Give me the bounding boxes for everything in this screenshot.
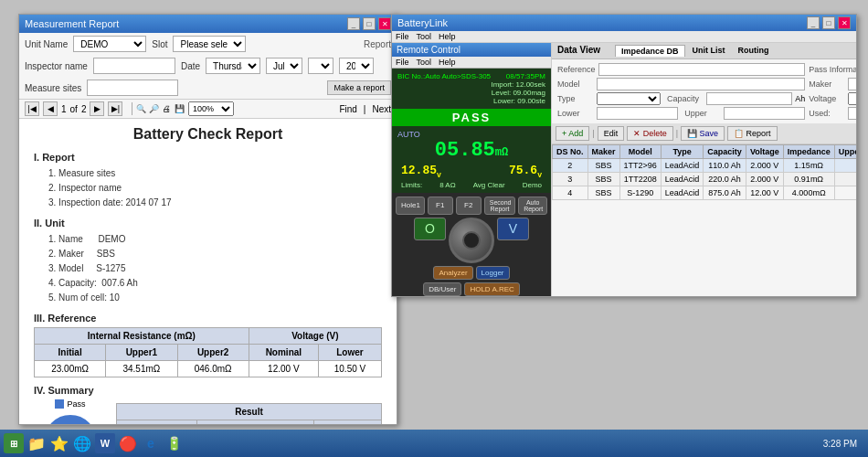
taskbar-icon-battery[interactable]: 🔋 <box>164 433 184 453</box>
slot-select[interactable]: Please select <box>173 36 246 52</box>
rc-btn-dbuser[interactable]: DB/User <box>423 282 461 296</box>
bl-delete-btn[interactable]: ✕ Delete <box>627 126 673 141</box>
rc-help[interactable]: Help <box>439 58 456 67</box>
nav-page: 1 <box>61 104 67 114</box>
report-window: Measurement Report _ □ ✕ Unit Name DEMO … <box>18 14 397 425</box>
bl-minimize[interactable]: _ <box>807 16 820 29</box>
bl-cap-input[interactable] <box>706 92 792 105</box>
bl-maximize[interactable]: □ <box>822 16 835 29</box>
taskbar-icon-app1[interactable]: 🔴 <box>118 433 138 453</box>
day-select[interactable]: Thursday <box>206 58 260 74</box>
cell-model: 1TT2>96 <box>619 159 661 173</box>
year-select[interactable]: 2011 <box>339 58 374 74</box>
nav-first[interactable]: |◀ <box>25 101 39 116</box>
bl-save-btn[interactable]: 💾 Save <box>681 126 725 141</box>
rc-file[interactable]: File <box>396 58 409 67</box>
result-col-warning: Warning <box>197 420 314 425</box>
taskbar-icon-word[interactable]: W <box>95 433 115 453</box>
summary-section: Pass 10 Result Pass Warning Fail <box>34 399 382 424</box>
rc-btn-o[interactable]: O <box>414 218 446 240</box>
close-button[interactable]: ✕ <box>378 17 391 30</box>
rc-btn-logger[interactable]: Logger <box>476 266 510 280</box>
minimize-button[interactable]: _ <box>347 17 360 30</box>
rc-btn-v[interactable]: V <box>497 218 529 240</box>
report-main-title: Battery Check Report <box>34 126 382 143</box>
bl-type-label: Type <box>557 94 594 103</box>
bl-edit-btn[interactable]: Edit <box>598 126 625 141</box>
bl-menu-file[interactable]: File <box>396 32 409 41</box>
rc-info-row: Limits:8 AΩAvg ClearDemo <box>397 181 545 189</box>
rc-btn-f2[interactable]: F2 <box>456 197 482 215</box>
rc-tool[interactable]: Tool <box>417 58 432 67</box>
bl-tab-unitlist[interactable]: Unit List <box>687 45 731 57</box>
nav-last[interactable]: ▶| <box>108 101 122 116</box>
bl-model-label: Model <box>557 80 594 89</box>
table-row[interactable]: 3 SBS 1TT2208 LeadAcid 220.0 Ah 2.000 V … <box>553 173 857 186</box>
day-num-select[interactable]: 17 <box>308 58 333 74</box>
taskbar-icon-files[interactable]: 📁 <box>26 433 47 453</box>
bl-used-label: Used: <box>809 109 845 118</box>
bl-tab-impedance[interactable]: Impedance DB <box>615 45 685 57</box>
taskbar-start[interactable]: ⊞ <box>4 433 24 453</box>
bl-maker-input[interactable] <box>848 78 856 90</box>
col-model: Model <box>619 145 661 159</box>
taskbar-icon-star[interactable]: ⭐ <box>49 433 69 453</box>
bl-tab-routing[interactable]: Routing <box>733 45 775 57</box>
zoom-select[interactable]: 100% <box>188 101 234 116</box>
taskbar-time: 3:28 PM <box>823 439 864 449</box>
taskbar-icon-chrome[interactable]: 🌐 <box>72 433 92 453</box>
bl-lower-label: Lower <box>557 109 594 118</box>
rc-sub-values: 12.85V 75.6V <box>397 162 545 181</box>
bl-remote-panel: Remote Control File Tool Help BIC No.:Au… <box>392 43 552 296</box>
rc-dial[interactable] <box>449 218 494 263</box>
cell-type: LeadAcid <box>661 186 704 200</box>
bl-add-btn[interactable]: + Add <box>556 126 589 141</box>
bl-data-table: DS No. Maker Model Type Capacity Voltage… <box>552 144 856 200</box>
cell-model: 1TT2208 <box>619 173 661 186</box>
bl-model-input[interactable] <box>597 78 805 90</box>
bl-pass-label: Pass Information <box>809 65 856 74</box>
inspector-input[interactable] <box>93 58 175 74</box>
rc-btn-hole1[interactable]: Hole1 <box>396 197 425 215</box>
bl-cap-label: Capacity <box>667 94 704 103</box>
rc-btn-auto[interactable]: AutoReport <box>518 197 547 215</box>
section2-title: II. Unit <box>34 218 382 228</box>
bl-used-input[interactable] <box>848 107 856 120</box>
bl-report-btn[interactable]: 📋 Report <box>727 126 778 141</box>
nav-next[interactable]: ▶ <box>90 101 104 116</box>
result-header: Result <box>117 404 382 420</box>
nav-total: 2 <box>81 104 87 114</box>
bl-data-view-title: Data View <box>557 45 600 57</box>
nav-prev[interactable]: ◀ <box>43 101 58 116</box>
section1-items: 1. Measure sites 2. Inspector name 3. In… <box>48 166 382 210</box>
rc-btn-f1[interactable]: F1 <box>428 197 453 215</box>
bl-menu-tool[interactable]: Tool <box>417 32 432 41</box>
section3-title: III. Reference <box>34 313 382 324</box>
table-row[interactable]: 2 SBS 1TT2>96 LeadAcid 110.0 Ah 2.000 V … <box>553 159 857 173</box>
bl-lower-input[interactable] <box>597 107 678 120</box>
bl-type-select[interactable] <box>597 92 661 105</box>
unit-name-select[interactable]: DEMO <box>73 36 146 52</box>
bl-titlebar: BatteryLink _ □ ✕ <box>392 15 856 31</box>
table-row[interactable]: 4 SBS S-1290 LeadAcid 875.0 Ah 12.00 V 4… <box>553 186 857 200</box>
svg-point-0 <box>50 421 90 424</box>
cell-maker: SBS <box>587 186 619 200</box>
date-label: Date <box>181 61 200 71</box>
bl-menu-help[interactable]: Help <box>439 32 456 41</box>
bl-ref-input[interactable] <box>598 63 806 76</box>
month-select[interactable]: July <box>266 58 302 74</box>
cell-volt: 2.000 V <box>746 159 783 173</box>
rc-btn-second[interactable]: SecondReport <box>484 197 515 215</box>
rc-btn-hold[interactable]: HOLD A.REC <box>464 282 519 296</box>
maximize-button[interactable]: □ <box>363 17 376 30</box>
section2-items: 1. Name DEMO 2. Maker SBS 3. Model S-127… <box>48 232 382 305</box>
bl-voltage-select[interactable] <box>848 92 856 105</box>
measure-sites-input[interactable] <box>87 80 178 96</box>
bl-upper-label: Upper <box>684 109 721 118</box>
taskbar-icon-ie[interactable]: e <box>141 433 161 453</box>
rc-btn-analyzer[interactable]: Analyzer <box>433 266 472 280</box>
bl-close[interactable]: ✕ <box>838 16 851 29</box>
make-report-button[interactable]: Make a report <box>327 80 391 95</box>
bl-upper-input[interactable] <box>724 107 805 120</box>
cell-model: S-1290 <box>619 186 661 200</box>
